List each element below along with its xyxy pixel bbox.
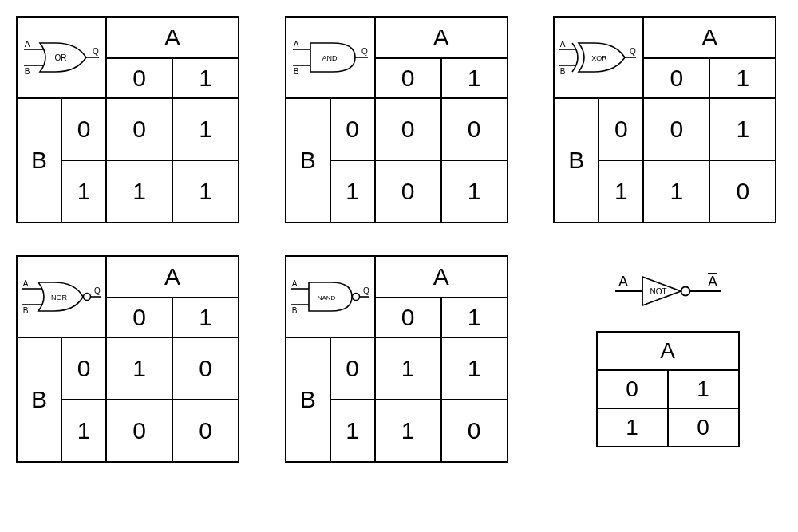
cell: 1 [172,160,239,223]
col-header-0: 0 [643,58,709,98]
svg-text:A: A [560,40,566,49]
cell: 1 [375,400,441,462]
xor-gate-label: XOR [592,54,608,62]
svg-text:B: B [23,306,29,315]
row-header-0: 0 [61,337,106,400]
col-header-a: A [106,17,239,58]
cell: 0 [643,98,709,160]
svg-text:A: A [293,40,298,49]
nor-gate-icon: A B Q NOR [18,257,105,337]
cell: 0 [172,400,239,462]
svg-text:A: A [23,279,29,288]
nor-gate-icon-cell: A B Q NOR [17,256,106,337]
svg-text:Q: Q [630,47,636,56]
col-header-1: 1 [172,58,239,98]
and-gate-label: AND [322,54,338,62]
row-header-0: 0 [330,98,375,160]
svg-text:B: B [560,67,566,76]
col-header-a: A [643,17,776,58]
col-header-0: 0 [106,58,172,98]
not-truth-table: A 0 1 1 0 [596,331,740,447]
row-header-b: B [554,98,598,223]
cell: 0 [668,408,739,447]
col-header-1: 1 [709,58,776,98]
cell: 1 [106,337,172,400]
cell: 1 [172,98,239,160]
cell: 1 [643,160,709,223]
row-header-0: 0 [61,98,106,160]
cell: 1 [441,160,508,223]
cell: 0 [597,370,668,408]
nor-truth-table: A B Q NOR A 0 1 B 0 1 0 [16,255,239,463]
row-header-0: 0 [330,337,375,400]
not-input-label: A [618,274,628,290]
svg-text:Q: Q [361,47,368,56]
nand-gate-icon-cell: A B Q NAND [286,256,375,337]
row-header-b: B [17,337,61,462]
gates-grid: A B Q OR A 0 1 B 0 0 1 [8,8,790,471]
cell: 0 [172,337,239,400]
row-header-1: 1 [598,160,643,223]
row-header-1: 1 [330,160,375,223]
and-gate-block: A B Q AND A 0 1 B 0 0 0 [285,16,514,223]
cell: 0 [375,98,441,160]
svg-text:A: A [291,279,297,288]
row-header-1: 1 [330,400,375,462]
or-gate-icon-cell: A B Q OR [17,17,106,98]
cell: 1 [441,337,508,400]
and-gate-icon-cell: A B Q AND [286,17,375,98]
svg-text:A: A [25,40,30,49]
xor-gate-block: A B Q XOR A 0 1 B 0 0 1 [553,16,782,223]
cell: 1 [709,98,776,160]
svg-text:B: B [25,67,30,76]
col-header-a: A [106,256,239,298]
col-header-0: 0 [375,58,441,98]
or-gate-label: OR [55,53,67,62]
xor-gate-icon: A B Q XOR [555,18,642,97]
cell: 0 [709,160,776,223]
or-truth-table: A B Q OR A 0 1 B 0 0 1 [16,16,239,223]
row-header-0: 0 [598,98,643,160]
row-header-b: B [286,98,330,223]
nor-gate-label: NOR [51,294,68,301]
col-header-a: A [375,256,508,298]
col-header-1: 1 [172,298,239,337]
cell: 1 [375,337,441,400]
col-header-a: A [597,332,739,370]
cell: 1 [668,370,739,408]
not-output-label: A [708,274,717,290]
row-header-1: 1 [61,160,106,223]
nand-gate-icon: A B Q NAND [286,257,374,337]
svg-text:Q: Q [363,286,369,295]
svg-text:B: B [291,306,297,315]
and-gate-icon: A B Q AND [286,18,374,97]
not-gate-block: A A NOT A 0 1 1 0 [553,255,782,463]
svg-text:Q: Q [93,47,99,56]
cell: 0 [441,400,508,462]
cell: 1 [597,408,668,447]
cell: 0 [441,98,508,160]
col-header-1: 1 [441,58,508,98]
cell: 0 [375,160,441,223]
and-truth-table: A B Q AND A 0 1 B 0 0 0 [285,16,508,223]
svg-point-25 [352,294,359,301]
row-header-1: 1 [61,400,106,462]
svg-text:B: B [293,67,298,76]
col-header-a: A [375,17,508,58]
cell: 1 [106,160,172,223]
not-gate-label: NOT [650,287,666,296]
col-header-1: 1 [441,298,508,337]
row-header-b: B [286,337,330,462]
cell: 0 [106,98,172,160]
row-header-b: B [17,98,61,223]
nand-gate-label: NAND [317,294,335,301]
not-gate-icon: A A NOT [604,270,732,315]
nand-gate-block: A B Q NAND A 0 1 B 0 1 1 [285,255,514,463]
xor-truth-table: A B Q XOR A 0 1 B 0 0 1 [553,16,776,223]
svg-text:Q: Q [94,286,101,295]
svg-point-18 [84,294,91,301]
or-gate-block: A B Q OR A 0 1 B 0 0 1 [16,16,245,223]
or-gate-icon: A B Q OR [18,18,105,97]
cell: 0 [106,400,172,462]
xor-gate-icon-cell: A B Q XOR [554,17,643,98]
